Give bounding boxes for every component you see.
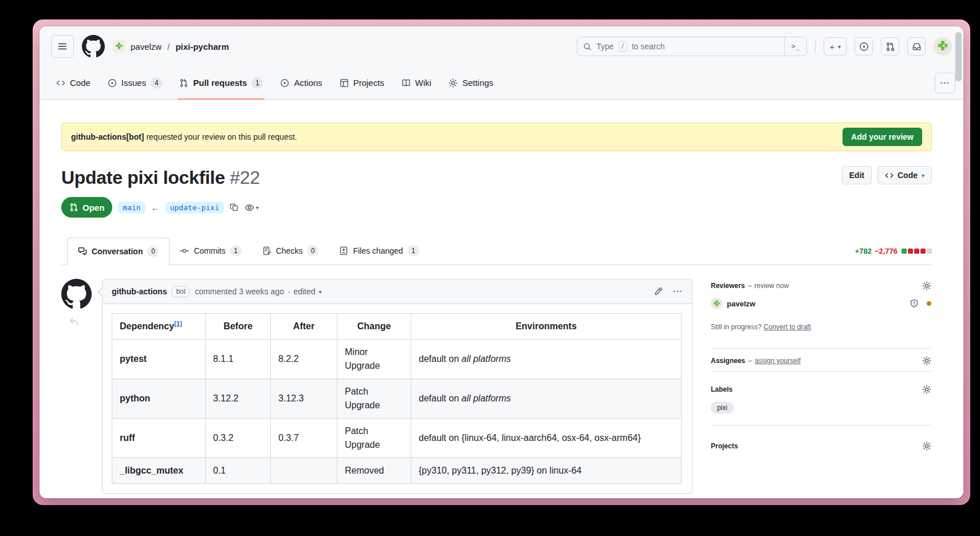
pr-title-text: Update pixi lockfile <box>61 167 225 188</box>
checklist-icon <box>262 246 271 255</box>
nav-tab-pull-requests[interactable]: Pull requests 1 <box>171 66 271 99</box>
timeline-avatar-column <box>61 279 92 328</box>
tab-commits[interactable]: Commits 1 <box>170 237 251 265</box>
reviewer-avatar <box>711 298 722 309</box>
review-request-banner: github-actions[bot] requested your revie… <box>61 123 932 151</box>
head-branch-label[interactable]: update-pixi <box>166 202 224 214</box>
nav-overflow-button[interactable]: ··· <box>935 73 955 93</box>
gear-icon <box>922 356 931 365</box>
nav-tab-projects[interactable]: Projects <box>331 66 393 99</box>
reviewer-name[interactable]: pavelzw <box>727 299 755 308</box>
pending-review-dot <box>927 301 931 306</box>
nav-tab-settings[interactable]: Settings <box>440 66 502 99</box>
tab-files-changed[interactable]: Files changed 1 <box>329 237 429 265</box>
pixi-avatar-icon <box>936 40 950 53</box>
search-icon <box>583 42 592 51</box>
tab-checks[interactable]: Checks 0 <box>252 237 329 265</box>
code-button-label: Code <box>898 171 918 180</box>
code-icon <box>56 78 65 88</box>
code-dropdown-button[interactable]: Code ▾ <box>877 166 932 184</box>
cell-dependency: pytest <box>112 340 206 379</box>
gear-icon <box>922 281 931 290</box>
pencil-icon[interactable] <box>654 287 663 296</box>
label-pixi[interactable]: pixi <box>711 402 734 413</box>
github-actions-avatar[interactable] <box>61 279 92 309</box>
pr-number: #22 <box>230 167 260 188</box>
table-icon <box>340 78 349 88</box>
dependency-table: Dependency[1] Before After Change Enviro… <box>112 313 682 484</box>
slash-key-hint: / <box>619 41 627 52</box>
inbox-icon <box>912 42 922 52</box>
pull-requests-dashboard-button[interactable] <box>881 37 899 56</box>
chevron-down-icon[interactable]: ▾ <box>319 289 322 295</box>
shield-icon[interactable] <box>910 299 919 308</box>
diffstat-block <box>927 249 932 254</box>
reviewers-title: Reviewers <box>711 282 745 290</box>
gear-icon <box>922 442 931 451</box>
breadcrumb-repo[interactable]: pixi-pycharm <box>175 42 229 52</box>
scrollbar[interactable] <box>955 32 962 81</box>
copy-branch-button[interactable] <box>230 203 239 212</box>
banner-message: requested your review on this pull reque… <box>144 132 297 141</box>
edit-button[interactable]: Edit <box>842 166 872 184</box>
comment-author[interactable]: github-actions <box>112 287 167 296</box>
cell-change: Patch Upgrade <box>337 419 411 458</box>
hamburger-icon <box>58 42 67 51</box>
code-icon <box>885 171 894 180</box>
diffstat-blocks <box>902 249 932 254</box>
diffstat-block <box>914 249 919 254</box>
global-nav-menu-button[interactable] <box>51 35 74 58</box>
reviewers-gear-button[interactable] <box>922 281 931 290</box>
pixi-avatar-icon <box>713 299 721 308</box>
cell-environments: default on all platforms <box>411 340 682 379</box>
chevron-down-icon: ▾ <box>838 44 841 50</box>
nav-tab-wiki[interactable]: Wiki <box>393 66 440 99</box>
diffstat[interactable]: +782 −2,776 <box>855 247 932 255</box>
user-avatar[interactable] <box>934 37 952 56</box>
git-pull-request-icon <box>69 203 78 212</box>
projects-section: Projects <box>711 425 931 451</box>
diffstat-block <box>908 249 913 254</box>
convert-to-draft-link[interactable]: Convert to draft <box>763 323 811 331</box>
watch-menu-button[interactable]: ▾ <box>245 203 259 212</box>
tab-conversation[interactable]: Conversation 0 <box>67 238 170 265</box>
labels-section: Labels pixi <box>711 372 931 425</box>
edited-label[interactable]: edited <box>293 287 315 296</box>
play-icon <box>280 78 289 88</box>
github-logo-icon[interactable] <box>82 35 105 58</box>
nav-tab-actions[interactable]: Actions <box>271 66 330 99</box>
kebab-menu-icon[interactable]: ··· <box>673 287 683 296</box>
nav-tab-code[interactable]: Code <box>48 66 99 99</box>
footnote-anchor[interactable]: [1] <box>174 320 182 327</box>
table-row: ruff 0.3.2 0.3.7 Patch Upgrade default o… <box>112 419 682 458</box>
repo-owner-avatar[interactable] <box>113 40 125 53</box>
labels-gear-button[interactable] <box>922 385 931 394</box>
banner-author: github-actions[bot] <box>71 132 144 141</box>
cell-after: 3.12.3 <box>271 379 337 419</box>
inbox-button[interactable] <box>907 37 926 56</box>
review-now-link[interactable]: review now <box>754 282 789 290</box>
tab-counter: 0 <box>147 246 159 257</box>
comment-timestamp[interactable]: commented 3 weeks ago <box>195 287 284 296</box>
copy-icon <box>230 203 239 212</box>
issues-dashboard-button[interactable] <box>855 37 873 56</box>
gear-icon <box>922 385 931 394</box>
add-review-button[interactable]: Add your review <box>843 128 922 146</box>
table-row: python 3.12.2 3.12.3 Patch Upgrade defau… <box>112 379 682 419</box>
cell-after: 0.3.7 <box>271 419 337 458</box>
assignees-gear-button[interactable] <box>922 356 931 365</box>
issue-opened-icon <box>859 42 869 52</box>
diffstat-additions: +782 <box>855 247 872 255</box>
projects-gear-button[interactable] <box>922 442 931 451</box>
cell-environments: {py310, py311, py312, py39} on linux-64 <box>411 458 682 484</box>
base-branch-label[interactable]: main <box>118 202 145 214</box>
command-palette-icon[interactable]: >_ <box>784 37 806 56</box>
search-input[interactable]: Type / to search >_ <box>577 37 807 56</box>
pr-state-label: Open <box>82 203 104 212</box>
nav-tab-issues[interactable]: Issues 4 <box>99 66 171 99</box>
create-new-button[interactable]: + ▾ <box>824 37 847 56</box>
nav-tab-label: Projects <box>353 78 384 88</box>
reviewer-row[interactable]: pavelzw <box>711 298 931 309</box>
breadcrumb-owner[interactable]: pavelzw <box>131 42 162 52</box>
assign-yourself-link[interactable]: assign yourself <box>755 357 801 365</box>
